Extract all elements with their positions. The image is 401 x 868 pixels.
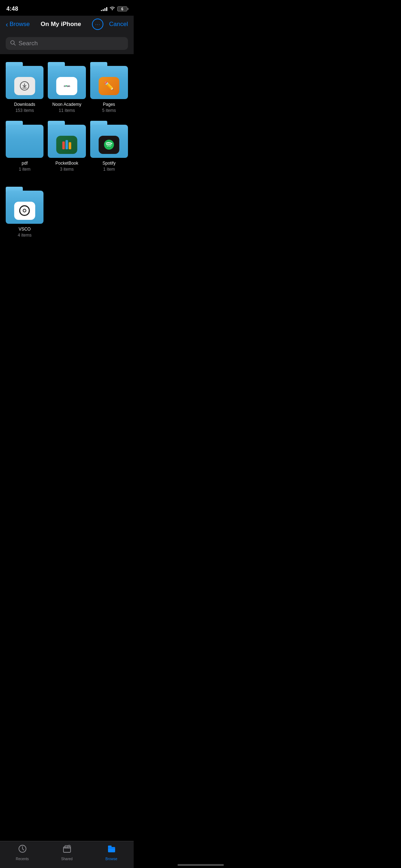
folder-count-downloads: 153 items [15, 108, 34, 113]
search-input[interactable]: Search [19, 40, 38, 47]
folder-icon-pages: ✏️ [90, 61, 128, 99]
folder-count-vsco: 4 items [18, 233, 32, 238]
folder-count-pdf: 1 item [19, 167, 31, 172]
folder-item-noon[interactable]: non Noon Academy 11 items [48, 61, 86, 113]
noon-app-icon: non [64, 84, 70, 88]
spotify-app-icon [104, 140, 114, 150]
folder-name-vsco: VSCO [19, 227, 31, 232]
downloads-app-icon [14, 77, 35, 95]
back-label: Browse [10, 21, 30, 28]
pocketbook-app-icon [62, 140, 71, 149]
folder-item-downloads[interactable]: Downloads 153 items [6, 61, 43, 113]
page-title: On My iPhone [41, 21, 81, 28]
folder-icon-downloads [6, 61, 43, 99]
folder-item-vsco[interactable]: VSCO 4 items [6, 186, 43, 238]
status-bar: 4:48 6 [0, 0, 134, 16]
folder-item-pages[interactable]: ✏️ Pages 5 items [90, 61, 128, 113]
vsco-app-icon [19, 205, 30, 216]
folder-name-pdf: pdf [22, 161, 28, 166]
wifi-icon [109, 6, 115, 12]
folder-icon-noon: non [48, 61, 86, 99]
folder-count-spotify: 1 item [103, 167, 115, 172]
folder-icon-spotify [90, 120, 128, 158]
svg-line-1 [14, 44, 15, 45]
folder-name-noon: Noon Academy [52, 102, 81, 108]
folder-item-spotify[interactable]: Spotify 1 item [90, 120, 128, 172]
folder-name-downloads: Downloads [14, 102, 35, 108]
folder-grid-single: VSCO 4 items [0, 179, 134, 238]
status-time: 4:48 [6, 6, 18, 12]
folder-item-pocketbook[interactable]: PocketBook 3 items [48, 120, 86, 172]
folder-grid-inner: Downloads 153 items non [6, 61, 128, 172]
search-container: Search [0, 34, 134, 54]
pages-app-icon: ✏️ [104, 81, 114, 91]
search-icon [10, 40, 16, 47]
battery-icon: 6 [117, 6, 127, 11]
more-button[interactable]: ··· [92, 19, 103, 30]
folder-grid: Downloads 153 items non [0, 54, 134, 179]
folder-count-noon: 11 items [59, 108, 75, 113]
folder-icon-pocketbook [48, 120, 86, 158]
status-icons: 6 [101, 6, 127, 12]
folder-name-pocketbook: PocketBook [55, 161, 78, 166]
folder-name-pages: Pages [103, 102, 115, 108]
folder-item-pdf[interactable]: pdf 1 item [6, 120, 43, 172]
back-button[interactable]: ‹ Browse [6, 21, 30, 28]
nav-actions: ··· Cancel [92, 19, 128, 30]
signal-icon [101, 7, 107, 11]
search-bar[interactable]: Search [6, 37, 128, 50]
folder-count-pocketbook: 3 items [60, 167, 74, 172]
chevron-left-icon: ‹ [6, 21, 8, 28]
folder-icon-pdf [6, 120, 43, 158]
folder-count-pages: 5 items [102, 108, 116, 113]
content-area: Downloads 153 items non [0, 54, 134, 270]
ellipsis-icon: ··· [95, 21, 101, 27]
nav-bar: ‹ Browse On My iPhone ··· Cancel [0, 16, 134, 34]
cancel-button[interactable]: Cancel [109, 21, 128, 28]
folder-name-spotify: Spotify [102, 161, 115, 166]
folder-icon-vsco [6, 186, 43, 224]
